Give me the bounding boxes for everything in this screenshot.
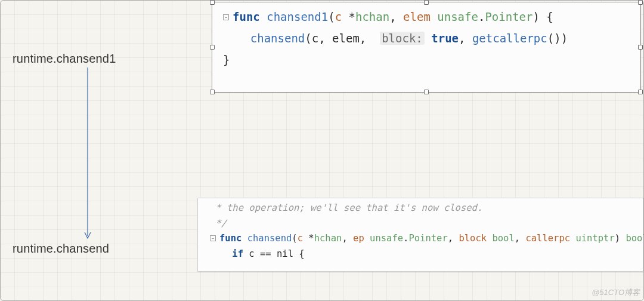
resize-handle-top[interactable]: [424, 0, 429, 5]
resize-handle-top-left[interactable]: [210, 0, 215, 5]
resize-handle-bottom-right[interactable]: [638, 90, 643, 94]
resize-handle-top-right[interactable]: [638, 0, 643, 5]
resize-handle-bottom-left[interactable]: [210, 90, 215, 94]
diagram-canvas: runtime.chansend1 runtime.chansend func …: [0, 0, 644, 301]
resize-handle-left[interactable]: [210, 45, 215, 50]
codebox-chansend1[interactable]: func chansend1(c *hchan, elem unsafe.Poi…: [212, 2, 641, 93]
label-runtime-chansend1: runtime.chansend1: [13, 52, 116, 66]
label-runtime-chansend: runtime.chansend: [13, 242, 109, 256]
fold-gutter-icon[interactable]: [223, 14, 229, 20]
arrow-down-icon: [84, 67, 91, 241]
code-chansend: * the operation; we'll see that it's now…: [198, 198, 643, 264]
code-chansend1: func chansend1(c *hchan, elem unsafe.Poi…: [212, 2, 640, 74]
flow-arrow: [84, 67, 85, 241]
fold-gutter-icon[interactable]: [210, 235, 216, 241]
watermark: @51CTO博客: [592, 287, 640, 298]
resize-handle-right[interactable]: [638, 45, 643, 50]
codebox-chansend[interactable]: * the operation; we'll see that it's now…: [197, 198, 643, 272]
resize-handle-bottom[interactable]: [424, 90, 429, 94]
